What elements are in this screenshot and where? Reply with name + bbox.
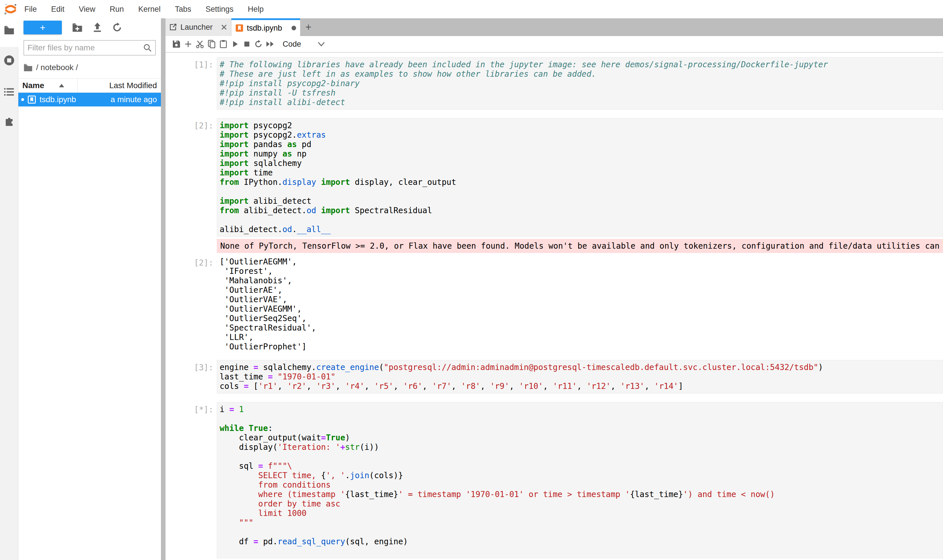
cell-input-row: [2]:import psycopg2 import psycopg2.extr… [165, 118, 943, 237]
code-cell: [2]:import psycopg2 import psycopg2.extr… [165, 118, 943, 351]
file-browser-toolbar: + [19, 18, 161, 37]
chevron-down-icon [318, 42, 325, 46]
activity-bar [0, 18, 19, 560]
sidebar-tab-running-sessions[interactable] [0, 34, 19, 66]
output-stderr: None of PyTorch, TensorFlow >= 2.0, or F… [165, 239, 943, 253]
menu-item-view[interactable]: View [72, 0, 102, 18]
tab-tsdb-notebook[interactable]: tsdb.ipynb [232, 18, 300, 36]
file-row-tsdb[interactable]: tsdb.ipynb a minute ago [19, 93, 161, 106]
tab-notebook-label: tsdb.ipynb [247, 24, 292, 32]
execution-count: [*]: [165, 402, 217, 558]
notebook-cells: [1]:# The following libraries have alrea… [165, 53, 943, 560]
save-button[interactable] [172, 39, 181, 49]
paste-cells-button[interactable] [219, 39, 228, 49]
file-filter-box [23, 40, 156, 55]
upload-icon [93, 23, 102, 32]
output-result: [2]:['OutlierAEGMM', 'IForest', 'Mahalan… [165, 255, 943, 351]
menu-item-settings[interactable]: Settings [198, 0, 241, 18]
jupyter-logo [4, 3, 17, 16]
code-editor[interactable]: i = 1 while True: clear_output(wait=True… [217, 402, 943, 558]
scissors-icon [196, 40, 204, 48]
tab-close-icon[interactable]: ✕ [221, 22, 228, 32]
folder-icon [4, 26, 14, 34]
new-folder-icon [72, 23, 82, 32]
cell-input-row: [1]:# The following libraries have alrea… [165, 57, 943, 109]
breadcrumb[interactable]: / notebook / [23, 62, 161, 73]
file-name: tsdb.ipynb [40, 95, 111, 104]
cell-type-dropdown[interactable]: Code [282, 40, 325, 49]
stop-circle-icon [4, 55, 15, 66]
new-launcher-button[interactable]: + [23, 21, 62, 34]
menu-item-kernel[interactable]: Kernel [131, 0, 168, 18]
file-list-header: Name Last Modified [19, 78, 161, 93]
tab-launcher[interactable]: Launcher ✕ [165, 18, 232, 36]
code-editor[interactable]: # The following libraries have already b… [217, 57, 943, 109]
cell-type-label: Code [282, 40, 301, 49]
launcher-icon [169, 23, 177, 31]
dock-tab-bar: Launcher ✕ tsdb.ipynb + [165, 18, 943, 36]
new-folder-button[interactable] [72, 23, 82, 32]
breadcrumb-path: / notebook / [36, 63, 78, 72]
menu-item-help[interactable]: Help [241, 0, 271, 18]
menu-items: FileEditViewRunKernelTabsSettingsHelp [17, 0, 271, 18]
cut-cells-button[interactable] [195, 39, 204, 49]
notebook-file-icon [28, 95, 36, 104]
menu-item-file[interactable]: File [17, 0, 44, 18]
code-cell: [1]:# The following libraries have alrea… [165, 57, 943, 109]
stderr-message: None of PyTorch, TensorFlow >= 2.0, or F… [217, 239, 943, 253]
paste-icon [219, 40, 228, 48]
plus-icon [184, 40, 192, 48]
copy-icon [207, 40, 216, 48]
code-cell: [*]:i = 1 while True: clear_output(wait=… [165, 402, 943, 558]
execution-count: [2]: [165, 118, 217, 237]
save-icon [172, 40, 181, 48]
restart-icon [254, 40, 263, 48]
sort-ascending-icon [59, 84, 64, 87]
unsaved-dot-icon [21, 98, 24, 101]
file-browser-panel: + [19, 18, 161, 560]
output-text: ['OutlierAEGMM', 'IForest', 'Mahalanobis… [217, 255, 316, 351]
tab-launcher-label: Launcher [181, 23, 221, 32]
puzzle-icon [4, 117, 14, 128]
panel-resize-handle[interactable] [161, 18, 165, 560]
cell-input-row: [*]:i = 1 while True: clear_output(wait=… [165, 402, 943, 558]
menu-item-run[interactable]: Run [102, 0, 131, 18]
copy-cells-button[interactable] [207, 39, 216, 49]
notebook-tab-icon [235, 24, 244, 32]
upload-button[interactable] [93, 23, 102, 32]
refresh-icon [112, 23, 122, 32]
list-icon [4, 88, 14, 96]
sidebar-tab-table-of-contents[interactable] [0, 66, 19, 96]
run-icon [231, 40, 239, 48]
restart-kernel-button[interactable] [254, 39, 263, 49]
notebook-toolbar: Code [165, 36, 943, 53]
interrupt-kernel-button[interactable] [242, 39, 252, 49]
code-editor[interactable]: engine = sqlalchemy.create_engine("postg… [217, 360, 943, 394]
column-header-modified[interactable]: Last Modified [77, 78, 161, 93]
run-button[interactable] [230, 39, 240, 49]
stop-icon [243, 40, 250, 48]
cell-input-row: [3]:engine = sqlalchemy.create_engine("p… [165, 360, 943, 394]
menu-bar: FileEditViewRunKernelTabsSettingsHelp [0, 0, 943, 18]
column-header-name[interactable]: Name [19, 81, 77, 90]
execution-count: [3]: [165, 360, 217, 394]
sidebar-tab-extension-manager[interactable] [0, 96, 19, 128]
new-tab-button[interactable]: + [300, 18, 317, 36]
code-editor[interactable]: import psycopg2 import psycopg2.extras i… [217, 118, 943, 237]
code-cell: [3]:engine = sqlalchemy.create_engine("p… [165, 360, 943, 394]
restart-run-all-button[interactable] [266, 39, 275, 49]
output-prompt: [2]: [165, 255, 217, 351]
output-prompt-spacer [165, 239, 217, 253]
home-folder-icon [23, 64, 32, 71]
add-cell-button[interactable] [184, 39, 193, 49]
menu-item-edit[interactable]: Edit [44, 0, 72, 18]
search-icon [143, 43, 152, 52]
sidebar-tab-file-browser[interactable] [0, 18, 19, 34]
execution-count: [1]: [165, 57, 217, 109]
file-filter-input[interactable] [28, 43, 143, 52]
menu-item-tabs[interactable]: Tabs [168, 0, 198, 18]
fast-forward-icon [266, 40, 275, 48]
file-modified: a minute ago [111, 95, 161, 104]
refresh-button[interactable] [112, 23, 122, 32]
unsaved-changes-dot-icon[interactable] [292, 26, 296, 30]
